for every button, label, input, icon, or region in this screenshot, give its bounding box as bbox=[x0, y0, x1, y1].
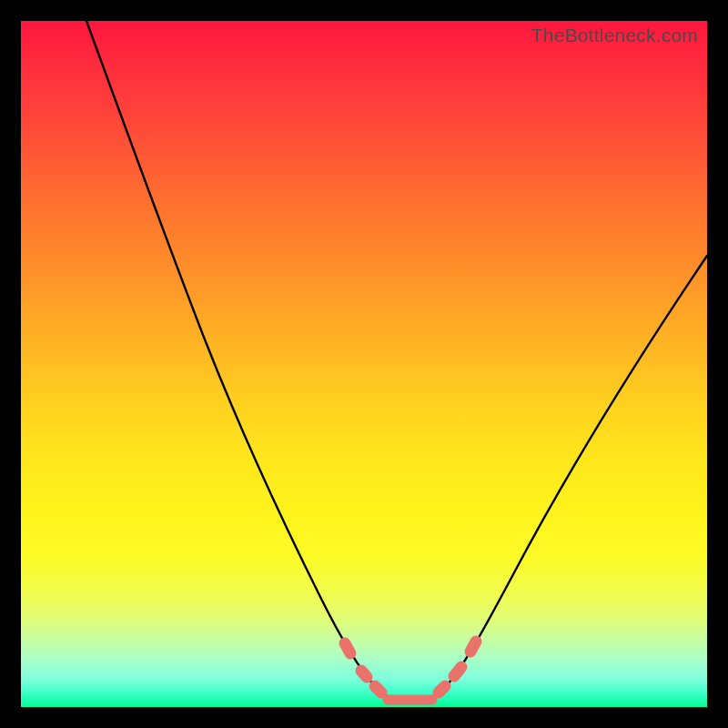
outer-frame: TheBottleneck.com bbox=[0, 0, 728, 728]
highlight-marker bbox=[345, 643, 350, 653]
highlight-marker bbox=[439, 686, 445, 693]
plot-area: TheBottleneck.com bbox=[21, 21, 707, 707]
curve-svg bbox=[21, 21, 707, 707]
watermark-text: TheBottleneck.com bbox=[531, 25, 698, 46]
highlight-marker bbox=[454, 667, 461, 676]
highlight-marker bbox=[470, 642, 476, 652]
bottleneck-curve bbox=[86, 21, 707, 701]
highlight-marker bbox=[375, 686, 381, 693]
highlight-marker bbox=[361, 671, 367, 677]
